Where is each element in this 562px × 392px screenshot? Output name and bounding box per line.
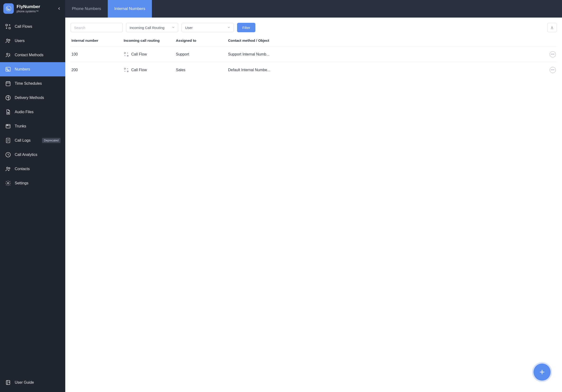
svg-point-13: [8, 125, 8, 125]
tab-phone-numbers[interactable]: Phone Numbers: [65, 0, 108, 18]
calllogs-icon: [5, 137, 12, 144]
sidebar-item-label: Numbers: [15, 67, 30, 71]
trunks-icon: [5, 123, 12, 129]
brand-title: FlyNumber: [17, 4, 40, 9]
table-header: Internal number Incoming call routing As…: [70, 38, 557, 46]
sidebar-item-label: Contacts: [15, 167, 30, 171]
cell-contact-object: Support Internal Numb...: [228, 52, 542, 57]
sidebar-item-label: Contact Methods: [15, 53, 43, 57]
sidebar-item-call-logs[interactable]: Call Logs Deprecated: [0, 133, 65, 148]
sidebar-item-audio-files[interactable]: Audio Files: [0, 105, 65, 119]
guide-icon: [5, 379, 12, 386]
sidebar-item-users[interactable]: Users: [0, 34, 65, 48]
svg-point-21: [127, 53, 128, 53]
sidebar-item-call-analytics[interactable]: Call Analytics: [0, 148, 65, 162]
brand-text: FlyNumber phone.systems™: [17, 4, 40, 13]
table-row[interactable]: 200 Call Flow Sales Default Internal Num…: [70, 62, 557, 78]
content: Incoming Call Routing User Filter Intern…: [65, 18, 562, 392]
cell-routing-label: Call Flow: [131, 68, 147, 72]
cell-routing-label: Call Flow: [131, 52, 147, 57]
cell-routing: Call Flow: [124, 52, 176, 57]
users-icon: [5, 37, 12, 44]
sidebar-item-numbers[interactable]: Numbers: [0, 62, 65, 76]
cell-internal-number: 100: [71, 52, 124, 57]
incoming-call-routing-select[interactable]: Incoming Call Routing: [126, 23, 178, 32]
svg-rect-9: [6, 82, 10, 86]
main: Phone Numbers Internal Numbers Incoming …: [65, 0, 562, 392]
tab-internal-numbers[interactable]: Internal Numbers: [108, 0, 152, 18]
audio-icon: [5, 109, 12, 115]
more-icon: •••: [551, 69, 555, 71]
sidebar-item-time-schedules[interactable]: Time Schedules: [0, 76, 65, 91]
svg-point-6: [9, 39, 10, 41]
add-button[interactable]: [534, 364, 550, 380]
sidebar-footer: User Guide: [0, 375, 65, 392]
analytics-icon: [5, 151, 12, 158]
th-contact-method-object: Contact method / Object: [228, 38, 542, 43]
sidebar-item-label: Audio Files: [15, 110, 34, 114]
contacts-icon: [5, 166, 12, 172]
numbers-icon: [5, 66, 12, 73]
svg-point-26: [125, 71, 125, 71]
svg-rect-23: [124, 68, 126, 69]
row-actions-button[interactable]: •••: [550, 67, 556, 73]
cell-routing: Call Flow: [124, 67, 176, 73]
filter-button[interactable]: Filter: [237, 23, 255, 32]
sidebar-header: FlyNumber phone.systems™: [0, 0, 65, 17]
callflow-icon: [124, 67, 129, 73]
sidebar-item-label: Call Analytics: [15, 153, 37, 157]
select-label: Incoming Call Routing: [129, 26, 164, 30]
sidebar-item-contact-methods[interactable]: Contact Methods: [0, 48, 65, 62]
sidebar-item-label: Time Schedules: [15, 81, 42, 86]
sidebar-item-contacts[interactable]: Contacts: [0, 162, 65, 176]
cell-contact-object: Default Internal Numbe...: [228, 68, 542, 72]
sidebar-item-trunks[interactable]: Trunks: [0, 119, 65, 133]
filter-row: Incoming Call Routing User Filter: [70, 23, 557, 32]
svg-point-5: [7, 39, 8, 41]
tab-bar: Phone Numbers Internal Numbers: [65, 0, 562, 18]
sidebar-item-user-guide[interactable]: User Guide: [0, 375, 65, 390]
sidebar-collapse-button[interactable]: [56, 6, 62, 12]
cell-assigned-to: Sales: [176, 68, 228, 72]
tab-label: Phone Numbers: [72, 6, 101, 11]
svg-point-7: [7, 53, 8, 55]
search-input[interactable]: [70, 23, 123, 32]
sidebar-item-settings[interactable]: Settings: [0, 176, 65, 190]
sidebar-item-label: Users: [15, 39, 25, 43]
row-actions-button[interactable]: •••: [550, 51, 556, 58]
chevron-down-icon: [171, 25, 175, 30]
settings-icon: [5, 180, 12, 186]
sidebar-item-label: User Guide: [15, 380, 34, 385]
svg-point-0: [6, 6, 11, 11]
svg-point-15: [7, 167, 8, 169]
cell-internal-number: 200: [71, 68, 124, 72]
sidebar-item-label: Delivery Methods: [15, 96, 44, 100]
sidebar-item-delivery-methods[interactable]: Delivery Methods: [0, 91, 65, 105]
svg-point-12: [7, 125, 7, 125]
tab-label: Internal Numbers: [114, 6, 145, 11]
th-internal-number: Internal number: [71, 38, 124, 43]
callflows-icon: [5, 23, 12, 30]
sidebar-item-label: Call Logs: [15, 138, 31, 143]
svg-rect-2: [9, 27, 11, 29]
sidebar-item-call-flows[interactable]: Call Flows: [0, 20, 65, 34]
svg-rect-19: [124, 52, 126, 53]
svg-point-25: [127, 68, 128, 69]
brand-icon: [3, 3, 14, 14]
svg-point-4: [6, 28, 7, 28]
table-row[interactable]: 100 Call Flow Support Support Internal N…: [70, 46, 557, 62]
svg-point-3: [9, 25, 10, 25]
brand-subtitle: phone.systems™: [17, 10, 40, 13]
export-button[interactable]: [547, 23, 557, 32]
svg-point-10: [6, 95, 11, 100]
sidebar-item-label: Call Flows: [15, 24, 32, 29]
th-incoming-call-routing: Incoming call routing: [124, 38, 176, 43]
sidebar-nav: Call Flows Users Contact Methods Numbers: [0, 17, 65, 375]
more-icon: •••: [551, 53, 555, 56]
user-select[interactable]: User: [182, 23, 234, 32]
sidebar: FlyNumber phone.systems™ Call Flows User…: [0, 0, 65, 392]
calendar-icon: [5, 80, 12, 87]
chevron-down-icon: [227, 25, 231, 30]
svg-point-17: [7, 183, 9, 184]
contact-methods-icon: [5, 52, 12, 58]
